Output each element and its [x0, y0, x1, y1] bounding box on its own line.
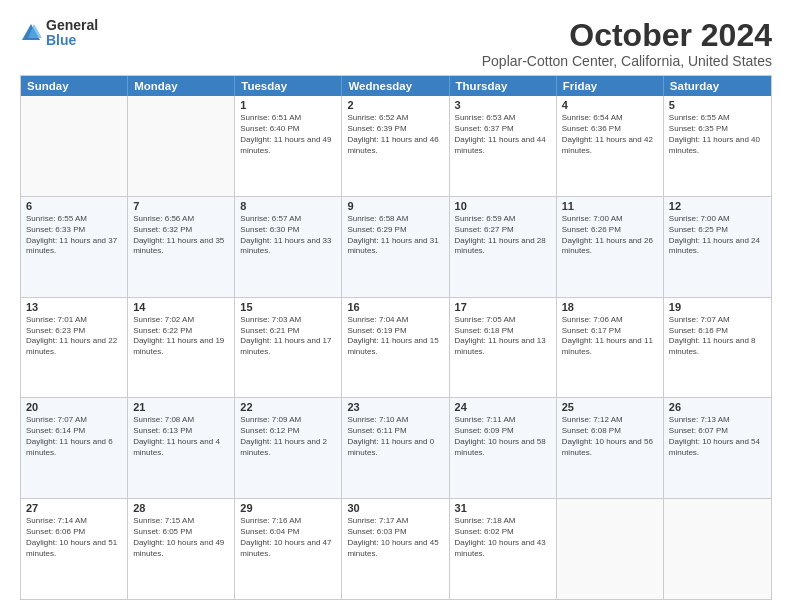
calendar-cell: 29Sunrise: 7:16 AM Sunset: 6:04 PM Dayli…: [235, 499, 342, 599]
calendar-cell: [664, 499, 771, 599]
cal-header-sunday: Sunday: [21, 76, 128, 96]
day-number: 15: [240, 301, 336, 313]
day-info: Sunrise: 7:07 AM Sunset: 6:16 PM Dayligh…: [669, 315, 766, 358]
page: General Blue October 2024 Poplar-Cotton …: [0, 0, 792, 612]
calendar-cell: [128, 96, 235, 196]
day-number: 16: [347, 301, 443, 313]
calendar-cell: 4Sunrise: 6:54 AM Sunset: 6:36 PM Daylig…: [557, 96, 664, 196]
calendar-cell: 8Sunrise: 6:57 AM Sunset: 6:30 PM Daylig…: [235, 197, 342, 297]
cal-header-saturday: Saturday: [664, 76, 771, 96]
day-info: Sunrise: 7:06 AM Sunset: 6:17 PM Dayligh…: [562, 315, 658, 358]
day-number: 2: [347, 99, 443, 111]
calendar: SundayMondayTuesdayWednesdayThursdayFrid…: [20, 75, 772, 600]
day-number: 9: [347, 200, 443, 212]
day-info: Sunrise: 7:12 AM Sunset: 6:08 PM Dayligh…: [562, 415, 658, 458]
day-info: Sunrise: 7:00 AM Sunset: 6:26 PM Dayligh…: [562, 214, 658, 257]
calendar-cell: 5Sunrise: 6:55 AM Sunset: 6:35 PM Daylig…: [664, 96, 771, 196]
day-info: Sunrise: 7:00 AM Sunset: 6:25 PM Dayligh…: [669, 214, 766, 257]
day-number: 28: [133, 502, 229, 514]
title-block: October 2024 Poplar-Cotton Center, Calif…: [482, 18, 772, 69]
day-info: Sunrise: 7:01 AM Sunset: 6:23 PM Dayligh…: [26, 315, 122, 358]
calendar-cell: 18Sunrise: 7:06 AM Sunset: 6:17 PM Dayli…: [557, 298, 664, 398]
day-info: Sunrise: 7:17 AM Sunset: 6:03 PM Dayligh…: [347, 516, 443, 559]
calendar-cell: [21, 96, 128, 196]
calendar-week-1: 1Sunrise: 6:51 AM Sunset: 6:40 PM Daylig…: [21, 96, 771, 196]
calendar-cell: 14Sunrise: 7:02 AM Sunset: 6:22 PM Dayli…: [128, 298, 235, 398]
calendar-week-3: 13Sunrise: 7:01 AM Sunset: 6:23 PM Dayli…: [21, 297, 771, 398]
logo-general: General: [46, 18, 98, 33]
cal-header-monday: Monday: [128, 76, 235, 96]
calendar-cell: 3Sunrise: 6:53 AM Sunset: 6:37 PM Daylig…: [450, 96, 557, 196]
calendar-cell: 7Sunrise: 6:56 AM Sunset: 6:32 PM Daylig…: [128, 197, 235, 297]
logo-blue: Blue: [46, 33, 98, 48]
calendar-cell: 25Sunrise: 7:12 AM Sunset: 6:08 PM Dayli…: [557, 398, 664, 498]
day-number: 17: [455, 301, 551, 313]
day-info: Sunrise: 7:13 AM Sunset: 6:07 PM Dayligh…: [669, 415, 766, 458]
day-info: Sunrise: 7:10 AM Sunset: 6:11 PM Dayligh…: [347, 415, 443, 458]
day-number: 8: [240, 200, 336, 212]
day-number: 5: [669, 99, 766, 111]
calendar-cell: 13Sunrise: 7:01 AM Sunset: 6:23 PM Dayli…: [21, 298, 128, 398]
day-info: Sunrise: 7:11 AM Sunset: 6:09 PM Dayligh…: [455, 415, 551, 458]
calendar-cell: 22Sunrise: 7:09 AM Sunset: 6:12 PM Dayli…: [235, 398, 342, 498]
day-number: 25: [562, 401, 658, 413]
calendar-cell: 27Sunrise: 7:14 AM Sunset: 6:06 PM Dayli…: [21, 499, 128, 599]
day-info: Sunrise: 6:51 AM Sunset: 6:40 PM Dayligh…: [240, 113, 336, 156]
day-info: Sunrise: 6:56 AM Sunset: 6:32 PM Dayligh…: [133, 214, 229, 257]
cal-header-friday: Friday: [557, 76, 664, 96]
calendar-week-5: 27Sunrise: 7:14 AM Sunset: 6:06 PM Dayli…: [21, 498, 771, 599]
day-info: Sunrise: 6:57 AM Sunset: 6:30 PM Dayligh…: [240, 214, 336, 257]
day-info: Sunrise: 7:02 AM Sunset: 6:22 PM Dayligh…: [133, 315, 229, 358]
day-number: 24: [455, 401, 551, 413]
day-number: 1: [240, 99, 336, 111]
day-number: 22: [240, 401, 336, 413]
day-number: 3: [455, 99, 551, 111]
day-number: 26: [669, 401, 766, 413]
calendar-cell: 19Sunrise: 7:07 AM Sunset: 6:16 PM Dayli…: [664, 298, 771, 398]
day-info: Sunrise: 7:09 AM Sunset: 6:12 PM Dayligh…: [240, 415, 336, 458]
day-number: 27: [26, 502, 122, 514]
day-number: 20: [26, 401, 122, 413]
header: General Blue October 2024 Poplar-Cotton …: [20, 18, 772, 69]
day-number: 30: [347, 502, 443, 514]
calendar-cell: 24Sunrise: 7:11 AM Sunset: 6:09 PM Dayli…: [450, 398, 557, 498]
day-info: Sunrise: 6:55 AM Sunset: 6:35 PM Dayligh…: [669, 113, 766, 156]
day-info: Sunrise: 6:53 AM Sunset: 6:37 PM Dayligh…: [455, 113, 551, 156]
day-number: 12: [669, 200, 766, 212]
day-info: Sunrise: 7:18 AM Sunset: 6:02 PM Dayligh…: [455, 516, 551, 559]
calendar-cell: 23Sunrise: 7:10 AM Sunset: 6:11 PM Dayli…: [342, 398, 449, 498]
day-info: Sunrise: 6:52 AM Sunset: 6:39 PM Dayligh…: [347, 113, 443, 156]
calendar-cell: 17Sunrise: 7:05 AM Sunset: 6:18 PM Dayli…: [450, 298, 557, 398]
calendar-week-4: 20Sunrise: 7:07 AM Sunset: 6:14 PM Dayli…: [21, 397, 771, 498]
day-number: 7: [133, 200, 229, 212]
day-info: Sunrise: 6:54 AM Sunset: 6:36 PM Dayligh…: [562, 113, 658, 156]
calendar-week-2: 6Sunrise: 6:55 AM Sunset: 6:33 PM Daylig…: [21, 196, 771, 297]
day-number: 6: [26, 200, 122, 212]
calendar-cell: 10Sunrise: 6:59 AM Sunset: 6:27 PM Dayli…: [450, 197, 557, 297]
calendar-cell: 2Sunrise: 6:52 AM Sunset: 6:39 PM Daylig…: [342, 96, 449, 196]
cal-header-tuesday: Tuesday: [235, 76, 342, 96]
main-title: October 2024: [482, 18, 772, 53]
day-info: Sunrise: 7:15 AM Sunset: 6:05 PM Dayligh…: [133, 516, 229, 559]
subtitle: Poplar-Cotton Center, California, United…: [482, 53, 772, 69]
calendar-cell: 16Sunrise: 7:04 AM Sunset: 6:19 PM Dayli…: [342, 298, 449, 398]
calendar-cell: 12Sunrise: 7:00 AM Sunset: 6:25 PM Dayli…: [664, 197, 771, 297]
day-number: 21: [133, 401, 229, 413]
day-info: Sunrise: 7:16 AM Sunset: 6:04 PM Dayligh…: [240, 516, 336, 559]
calendar-cell: 30Sunrise: 7:17 AM Sunset: 6:03 PM Dayli…: [342, 499, 449, 599]
day-info: Sunrise: 7:07 AM Sunset: 6:14 PM Dayligh…: [26, 415, 122, 458]
day-number: 13: [26, 301, 122, 313]
day-info: Sunrise: 7:04 AM Sunset: 6:19 PM Dayligh…: [347, 315, 443, 358]
day-number: 23: [347, 401, 443, 413]
logo-text: General Blue: [46, 18, 98, 49]
calendar-cell: 28Sunrise: 7:15 AM Sunset: 6:05 PM Dayli…: [128, 499, 235, 599]
calendar-cell: 20Sunrise: 7:07 AM Sunset: 6:14 PM Dayli…: [21, 398, 128, 498]
calendar-cell: 11Sunrise: 7:00 AM Sunset: 6:26 PM Dayli…: [557, 197, 664, 297]
day-info: Sunrise: 7:05 AM Sunset: 6:18 PM Dayligh…: [455, 315, 551, 358]
day-number: 10: [455, 200, 551, 212]
calendar-cell: [557, 499, 664, 599]
day-info: Sunrise: 6:59 AM Sunset: 6:27 PM Dayligh…: [455, 214, 551, 257]
day-number: 31: [455, 502, 551, 514]
day-info: Sunrise: 6:55 AM Sunset: 6:33 PM Dayligh…: [26, 214, 122, 257]
calendar-cell: 31Sunrise: 7:18 AM Sunset: 6:02 PM Dayli…: [450, 499, 557, 599]
